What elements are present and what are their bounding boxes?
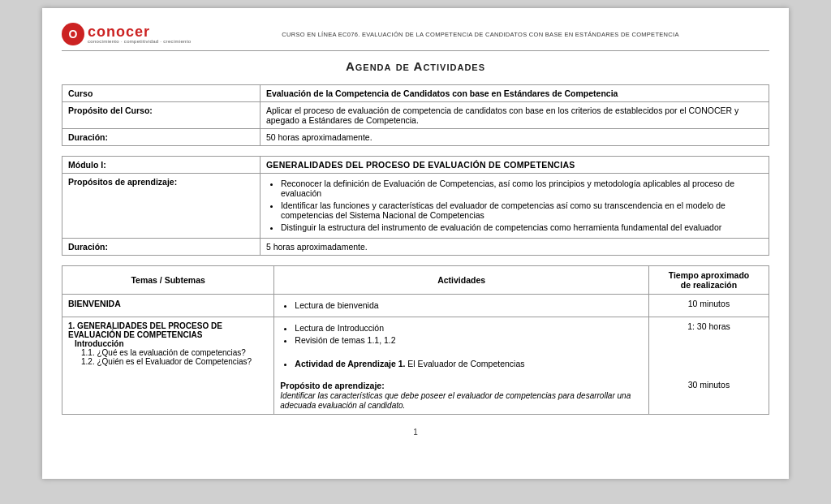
sub-item-1: 1.1. ¿Qué es la evaluación de competenci… xyxy=(81,348,268,357)
modulo-header-row: Módulo I: GENERALIDADES DEL PROCESO DE E… xyxy=(62,157,769,174)
proposito-item-1: Reconocer la definición de Evaluación de… xyxy=(281,179,763,198)
actividad-ap-label: Actividad de Aprendizaje 1. xyxy=(295,359,405,368)
modulo-duracion-value: 5 horas aproximadamente. xyxy=(260,239,769,256)
actividad-revision: Revisión de temas 1.1, 1.2 xyxy=(295,335,643,345)
col-temas-header: Temas / Subtemas xyxy=(62,266,274,295)
actividad-aprendizaje-item: Actividad de Aprendizaje 1. El Evaluador… xyxy=(295,359,643,368)
bienvenida-label: BIENVENIDA xyxy=(68,299,121,308)
modulo-duracion-label: Duración: xyxy=(62,239,260,256)
module-table: Módulo I: GENERALIDADES DEL PROCESO DE E… xyxy=(62,156,769,256)
propositos-label: Propósitos de aprendizaje: xyxy=(62,174,260,239)
actividad-ap-desc: El Evaluador de Competencias xyxy=(405,359,524,368)
curso-label: Curso xyxy=(62,85,260,102)
proposito-aprendizaje-text: Identificar las características que debe… xyxy=(280,391,631,410)
bienvenida-actividades-list: Lectura de bienvenida xyxy=(280,300,643,310)
activities-header-row: Temas / Subtemas Actividades Tiempo apro… xyxy=(62,266,769,295)
logo-container: O conocer conocimiento · competitividad … xyxy=(62,23,192,45)
logo-icon: O xyxy=(62,23,84,45)
proposito-item-2: Identificar las funciones y característi… xyxy=(281,200,763,220)
propositos-value: Reconocer la definición de Evaluación de… xyxy=(260,174,769,239)
generalidades-actividades: Lectura de Introducción Revisión de tema… xyxy=(274,317,649,415)
bienvenida-tema: BIENVENIDA xyxy=(62,295,274,317)
proposito-value: Aplicar el proceso de evaluación de comp… xyxy=(260,102,769,129)
generalidades-label: 1. GENERALIDADES DEL PROCESO DE EVALUACI… xyxy=(68,321,268,339)
tiempo-ap: 30 minutos xyxy=(655,380,763,390)
info-table: Curso Evaluación de la Competencia de Ca… xyxy=(62,84,769,146)
page: O conocer conocimiento · competitividad … xyxy=(42,8,789,479)
actividad-aprendizaje-list: Actividad de Aprendizaje 1. El Evaluador… xyxy=(280,359,643,368)
col-tiempo-label: Tiempo aproximadode realización xyxy=(669,270,750,290)
proposito-aprendizaje-label: Propósito de aprendizaje: xyxy=(280,381,384,390)
page-title: Agenda de Actividades xyxy=(62,59,769,73)
proposito-label: Propósito del Curso: xyxy=(62,102,260,129)
header-course-title: CURSO EN LÍNEA EC076. EVALUACIÓN DE LA C… xyxy=(192,31,769,38)
generalidades-tema: 1. GENERALIDADES DEL PROCESO DE EVALUACI… xyxy=(62,317,274,415)
logo-tagline: conocimiento · competitividad · crecimie… xyxy=(88,39,191,44)
generalidades-row: 1. GENERALIDADES DEL PROCESO DE EVALUACI… xyxy=(62,317,769,415)
bienvenida-tiempo: 10 minutos xyxy=(648,295,769,317)
duracion-label: Duración: xyxy=(62,129,260,146)
modulo-label: Módulo I: xyxy=(62,157,260,174)
header-bar: O conocer conocimiento · competitividad … xyxy=(62,23,769,51)
generalidades-actividades-list: Lectura de Introducción Revisión de tema… xyxy=(280,323,643,345)
propositos-list: Reconocer la definición de Evaluación de… xyxy=(266,179,763,232)
duracion-value: 50 horas aproximadamente. xyxy=(260,129,769,146)
logo-text: conocer conocimiento · competitividad · … xyxy=(88,24,191,44)
modulo-duracion-row: Duración: 5 horas aproximadamente. xyxy=(62,239,769,256)
curso-value: Evaluación de la Competencia de Candidat… xyxy=(260,85,769,102)
activities-table: Temas / Subtemas Actividades Tiempo apro… xyxy=(62,265,769,415)
bienvenida-row: BIENVENIDA Lectura de bienvenida 10 minu… xyxy=(62,295,769,317)
duracion-row: Duración: 50 horas aproximadamente. xyxy=(62,129,769,146)
actividad-intro: Lectura de Introducción xyxy=(295,323,643,333)
proposito-row: Propósito del Curso: Aplicar el proceso … xyxy=(62,102,769,129)
curso-row: Curso Evaluación de la Competencia de Ca… xyxy=(62,85,769,102)
sub-item-2: 1.2. ¿Quién es el Evaluador de Competenc… xyxy=(81,357,268,366)
logo-letter: O xyxy=(69,28,78,41)
bienvenida-actividad-1: Lectura de bienvenida xyxy=(295,300,643,310)
col-tiempo-header: Tiempo aproximadode realización xyxy=(648,266,769,295)
generalidades-tiempo: 1: 30 horas 30 minutos xyxy=(648,317,769,415)
bienvenida-actividades: Lectura de bienvenida xyxy=(274,295,649,317)
modulo-title: GENERALIDADES DEL PROCESO DE EVALUACIÓN … xyxy=(260,157,769,174)
proposito-aprendizaje-block: Propósito de aprendizaje: Identificar la… xyxy=(280,381,643,410)
intro-label: Introducción xyxy=(75,339,268,348)
tiempo-intro: 1: 30 horas xyxy=(655,321,763,331)
propositos-row: Propósitos de aprendizaje: Reconocer la … xyxy=(62,174,769,239)
col-actividades-header: Actividades xyxy=(274,266,649,295)
proposito-item-3: Distinguir la estructura del instrumento… xyxy=(281,222,763,232)
page-number: 1 xyxy=(62,428,769,437)
logo-name: conocer xyxy=(88,24,191,39)
